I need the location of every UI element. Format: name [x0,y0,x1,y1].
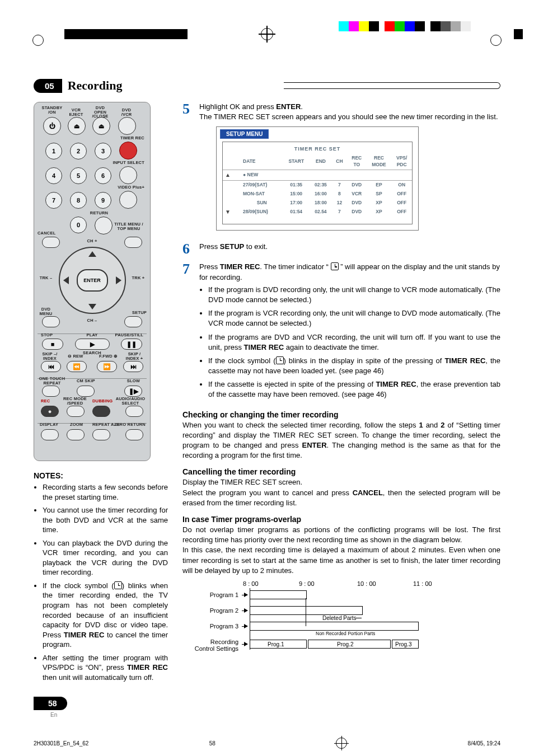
num-5: 5 [70,167,87,184]
one-touch-repeat-button [42,386,60,397]
step7-bullet: If the cassette is ejected in spite of t… [208,379,500,400]
display-button [41,429,59,440]
note-item: After setting the timer program with VPS… [43,653,168,683]
step-6: 6 Press SETUP to exit. [182,242,500,256]
timer-rec-set-subtitle: TIMER REC SET [223,144,412,154]
step-number: 7 [182,262,194,403]
num-3: 3 [95,143,111,159]
note-item: Recording starts a few seconds before th… [43,482,168,502]
section-cancel-body: Display the TIMER REC SET screen. Select… [182,477,500,508]
vcr-eject-button: ⏏ [68,117,86,135]
direction-pad: ENTER [59,247,126,314]
notes-block: NOTES: Recording starts a few seconds be… [34,471,168,682]
section-cancel-heading: Cancelling the timer recording [182,467,500,476]
clock-icon [331,262,339,270]
step7-bullet: If the program is DVD recording only, th… [208,285,500,305]
chapter-number-pill: 05 [34,79,62,93]
skip-fwd-button: ⏭ [123,361,143,372]
step-number: 5 [182,102,194,236]
print-timestamp: 8/4/05, 19:24 [468,740,500,746]
note-item: If the clock symbol () blinks when the t… [43,581,168,650]
footer-page-center: 58 [209,740,216,746]
section-checking-heading: Checking or changing the timer recording [182,410,500,419]
dvd-vcr-button [118,117,136,135]
print-registration-top [0,0,534,45]
step-5: 5 Highlight OK and press ENTER. The TIME… [182,102,500,236]
enter-button: ENTER [77,269,108,292]
rec-mode-button [67,406,85,417]
num-6: 6 [95,167,111,184]
rec-button: ● [41,406,59,417]
note-item: You cannot use the timer recording for t… [43,505,168,535]
zoom-button [67,429,85,440]
notes-heading: NOTES: [34,471,168,480]
registration-mark-icon [336,738,347,749]
num-2: 2 [70,143,87,159]
cancel-button [42,237,60,248]
repeat-ab-button [92,429,110,440]
audio-select-button [125,406,143,417]
num-0: 0 [70,217,87,233]
note-item: You can playback the DVD during the VCR … [43,538,168,577]
chapter-header: 05 Recording [34,78,500,93]
standby-button: ⏻ [43,117,61,135]
return-button [95,217,113,234]
cm-skip-button [77,386,95,397]
dvd-menu-button [42,316,60,327]
setup-button [124,316,142,327]
print-footer: 2H30301B_En_54_62 58 8/4/05, 19:24 [0,730,534,756]
step-7: 7 Press TIMER REC. The timer indicator “… [182,262,500,403]
clock-icon [276,356,284,364]
stop-button: ■ [42,339,63,350]
step7-bullet: If the program is VCR recording only, th… [208,308,500,328]
num-1: 1 [45,143,62,159]
slow-button: ❚▶ [124,386,142,397]
section-overlap-body: Do not overlap timer programs as portion… [182,525,500,576]
videoplus-button [119,191,137,209]
step7-bullet: If the programs are DVD and VCR recordin… [208,332,500,353]
page-number-pill: 58 En [34,697,500,719]
timer-rec-table: DATE START END CH REC TO REC MODE VPS/ P… [223,154,412,217]
play-button: ▶ [75,339,110,350]
input-select-button [119,166,137,184]
zero-return-button [125,429,143,440]
rew-button: ⏪ [67,361,87,372]
num-7: 7 [45,192,62,209]
dvd-open-close-button: ⏏ [92,117,110,135]
timer-rec-set-screen: SETUP MENU TIMER REC SET DATE START END … [216,126,419,231]
pause-button: ❚❚ [121,339,142,350]
clock-icon [114,581,122,589]
num-8: 8 [70,192,87,209]
num-4: 4 [45,167,62,184]
chapter-title: Recording [68,78,284,93]
step7-bullet: If the clock symbol () blinks in the dis… [208,356,500,376]
skip-back-button: ⏮ [41,361,61,372]
section-checking-body: When you want to check the selected time… [182,420,500,461]
overlap-diagram: 8 : 00 9 : 00 10 : 00 11 : 00 Program 1 … [216,580,457,664]
title-menu-button [124,237,142,248]
ffwd-button: ⏩ [97,361,117,372]
num-9: 9 [95,192,111,209]
section-overlap-heading: In case Timer programs-overlap [182,515,500,524]
timer-rec-button [119,142,137,159]
setup-menu-title: SETUP MENU [220,129,269,139]
step-number: 6 [182,242,194,256]
remote-control-illustration: STANDBY /ON VCR EJECT DVD OPEN /CLOSE DV… [34,102,151,461]
doc-id: 2H30301B_En_54_62 [34,740,88,746]
dubbing-button [92,406,110,417]
